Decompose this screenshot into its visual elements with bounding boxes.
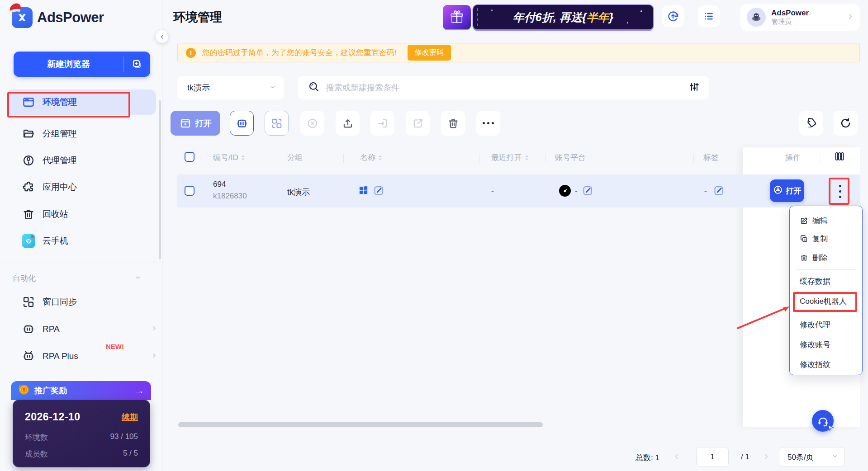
row-open-button[interactable]: 打开 [770, 179, 804, 202]
menu-item-edit[interactable]: 编辑 [800, 214, 828, 227]
windows-os-icon [358, 185, 369, 198]
profile-name: AdsPower [771, 8, 809, 18]
close-all-button[interactable] [300, 111, 324, 136]
select-all-checkbox[interactable] [185, 152, 194, 162]
group-filter-value: tk演示 [187, 82, 210, 93]
menu-item-change-account[interactable]: 修改账号 [800, 338, 830, 351]
tiktok-icon [559, 185, 571, 197]
menu-item-cookie-robot[interactable]: Cookie机器人 [800, 295, 847, 307]
page-size-select[interactable]: 50条/页 [779, 447, 845, 467]
sync-button[interactable] [662, 5, 684, 27]
coin-icon: $ [18, 384, 30, 397]
search-input[interactable] [326, 83, 683, 93]
pagination-of-total: / 1 [741, 452, 749, 462]
license-expire-date: 2026-12-10 [25, 411, 81, 423]
export-button[interactable] [336, 111, 360, 136]
sidebar-item-recycle-bin[interactable]: 回收站 [14, 204, 149, 224]
new-browser-button[interactable]: 新建浏览器 [14, 52, 150, 77]
rpa-robot-button[interactable] [230, 111, 254, 136]
promo-ticket-banner[interactable]: 年付6折, 再送{半年} [443, 5, 653, 30]
page-number-input[interactable]: 1 [696, 447, 729, 467]
promo-rewards-banner[interactable]: $ 推广奖励 → [11, 381, 151, 400]
column-header-name[interactable]: 名称 [360, 152, 383, 163]
new-browser-plus-icon[interactable] [124, 59, 150, 70]
bulk-open-label: 打开 [195, 118, 212, 129]
sort-icon [241, 155, 246, 161]
menu-item-delete[interactable]: 删除 [800, 251, 828, 264]
group-filter-select[interactable]: tk演示 [177, 76, 284, 99]
horizontal-scrollbar[interactable] [178, 422, 543, 427]
sidebar-item-rpa-plus[interactable]: RPA Plus NEW! [14, 346, 149, 366]
sidebar-item-apps[interactable]: 应用中心 [14, 177, 149, 197]
sidebar-section-automation[interactable]: 自动化 [13, 273, 148, 283]
edit-tag-icon[interactable] [713, 184, 725, 198]
column-settings-icon[interactable] [835, 151, 844, 163]
brand-logo[interactable]: AdsPower [12, 7, 104, 28]
menu-item-change-fingerprint[interactable]: 修改指纹 [800, 358, 830, 371]
sidebar-item-window-sync[interactable]: 窗口同步 [14, 292, 149, 312]
column-header-last-open[interactable]: 最近打开 [491, 152, 529, 163]
svg-text:$: $ [23, 387, 25, 392]
filter-sliders-icon[interactable] [689, 81, 700, 94]
prev-page-button[interactable] [670, 450, 683, 463]
row-context-menu: 编辑 复制 删除 缓存数据 Cookie机器人 修改代理 修改账号 修改指纹 [789, 206, 863, 375]
profile-menu[interactable]: AdsPower 管理员 [740, 4, 860, 31]
cloud-phone-icon [22, 234, 35, 248]
more-actions-button[interactable] [476, 111, 500, 136]
menu-item-change-proxy[interactable]: 修改代理 [800, 318, 830, 331]
row-more-button[interactable] [835, 180, 845, 202]
column-header-platform[interactable]: 账号平台 [555, 152, 586, 163]
sort-icon [378, 155, 383, 161]
share-button[interactable] [406, 111, 430, 136]
sidebar-item-groups[interactable]: 分组管理 [14, 124, 149, 144]
tag-manager-button[interactable] [799, 111, 823, 136]
trash-icon [22, 207, 35, 221]
bulk-open-button[interactable]: 打开 [171, 111, 220, 136]
task-list-button[interactable] [698, 5, 720, 27]
column-header-action: 操作 [785, 152, 801, 163]
arrow-right-icon: → [135, 386, 144, 396]
sidebar-item-label: 回收站 [43, 208, 68, 220]
search-icon [308, 81, 320, 94]
password-warning-banner: ! 您的密码过于简单，为了您的账号安全，建议您重置密码! 修改密码 [177, 43, 860, 62]
column-header-id[interactable]: 编号/ID [213, 152, 246, 163]
warning-icon: ! [186, 48, 196, 58]
menu-item-copy[interactable]: 复制 [800, 232, 828, 245]
env-count-value: 93 / 105 [110, 432, 138, 443]
menu-item-cache-data[interactable]: 缓存数据 [800, 275, 830, 287]
table-row[interactable] [177, 174, 860, 207]
row-tag-value: - [704, 187, 707, 196]
sidebar-item-rpa[interactable]: RPA [14, 319, 149, 339]
row-open-label: 打开 [786, 186, 802, 196]
browser-window-icon [22, 95, 35, 109]
search-bar [298, 76, 709, 99]
refresh-button[interactable] [834, 111, 858, 136]
new-browser-label: 新建浏览器 [14, 58, 123, 70]
trash-icon [800, 254, 808, 262]
import-button[interactable] [370, 111, 394, 136]
sidebar-collapse-button[interactable] [156, 30, 168, 43]
sidebar-item-label: 代理管理 [43, 155, 77, 166]
delete-button[interactable] [441, 111, 465, 136]
member-count-value: 5 / 5 [123, 449, 138, 459]
sidebar-scrollbar[interactable] [159, 100, 161, 259]
env-count-label: 环境数 [25, 432, 48, 443]
sidebar-item-environment[interactable]: 环境管理 [14, 92, 149, 112]
license-card: 2026-12-10 续期 环境数 93 / 105 成员数 5 / 5 [13, 400, 150, 467]
sidebar-item-cloud-phone[interactable]: 云手机 [14, 231, 149, 251]
folder-icon [22, 127, 35, 141]
column-header-group[interactable]: 分组 [287, 152, 303, 163]
edit-name-icon[interactable] [373, 184, 385, 198]
row-checkbox[interactable] [185, 186, 194, 196]
sidebar-item-label: RPA Plus [43, 351, 78, 361]
renew-link[interactable]: 续期 [122, 412, 138, 423]
sidebar-item-proxies[interactable]: 代理管理 [14, 151, 149, 170]
next-page-button[interactable] [760, 450, 773, 463]
promo-rewards-label: 推广奖励 [34, 385, 67, 396]
edit-platform-icon[interactable] [582, 184, 594, 198]
sort-icon [524, 155, 529, 161]
column-header-tag[interactable]: 标签 [703, 152, 719, 163]
chrome-browser-icon [773, 185, 783, 197]
window-sync-button[interactable] [265, 111, 289, 136]
change-password-button[interactable]: 修改密码 [408, 45, 451, 61]
